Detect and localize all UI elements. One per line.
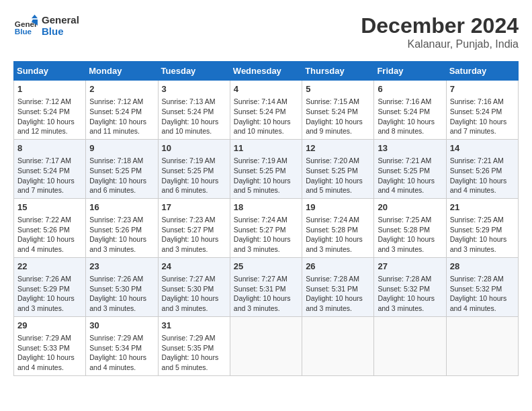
calendar-cell: 14Sunrise: 7:21 AM Sunset: 5:26 PM Dayli… [446, 139, 518, 198]
day-info: Sunrise: 7:28 AM Sunset: 5:32 PM Dayligh… [450, 274, 515, 314]
day-number: 19 [306, 201, 370, 214]
day-info: Sunrise: 7:19 AM Sunset: 5:25 PM Dayligh… [234, 156, 298, 195]
logo-text-general: General [42, 14, 79, 26]
logo-text-blue: Blue [42, 26, 79, 37]
day-number: 1 [17, 83, 82, 95]
day-info: Sunrise: 7:19 AM Sunset: 5:25 PM Dayligh… [162, 156, 226, 195]
day-number: 27 [378, 261, 442, 273]
calendar-cell: 17Sunrise: 7:23 AM Sunset: 5:27 PM Dayli… [158, 198, 230, 257]
day-info: Sunrise: 7:18 AM Sunset: 5:25 PM Dayligh… [89, 156, 154, 195]
day-number: 15 [17, 201, 82, 214]
calendar-cell: 20Sunrise: 7:25 AM Sunset: 5:28 PM Dayli… [374, 198, 446, 257]
calendar-header-monday: Monday [86, 62, 158, 81]
title-block: December 2024 Kalanaur, Punjab, India [361, 13, 519, 50]
logo-icon: General Blue [13, 13, 38, 38]
day-number: 8 [17, 142, 82, 154]
day-info: Sunrise: 7:16 AM Sunset: 5:24 PM Dayligh… [378, 97, 442, 136]
calendar-cell: 7Sunrise: 7:16 AM Sunset: 5:24 PM Daylig… [446, 81, 518, 140]
calendar-week-row: 29Sunrise: 7:29 AM Sunset: 5:33 PM Dayli… [14, 316, 519, 375]
calendar-header-row: SundayMondayTuesdayWednesdayThursdayFrid… [14, 62, 519, 81]
calendar-cell: 3Sunrise: 7:13 AM Sunset: 5:24 PM Daylig… [158, 81, 230, 140]
day-info: Sunrise: 7:24 AM Sunset: 5:28 PM Dayligh… [306, 215, 370, 255]
day-info: Sunrise: 7:12 AM Sunset: 5:24 PM Dayligh… [89, 97, 154, 136]
day-number: 14 [450, 142, 515, 154]
calendar-cell: 26Sunrise: 7:28 AM Sunset: 5:31 PM Dayli… [302, 257, 374, 316]
calendar-header-saturday: Saturday [446, 62, 518, 81]
day-info: Sunrise: 7:24 AM Sunset: 5:27 PM Dayligh… [234, 215, 298, 255]
day-number: 7 [450, 83, 515, 95]
month-title: December 2024 [361, 13, 519, 38]
day-info: Sunrise: 7:29 AM Sunset: 5:33 PM Dayligh… [17, 333, 82, 373]
day-info: Sunrise: 7:16 AM Sunset: 5:24 PM Dayligh… [450, 97, 515, 136]
calendar-header-wednesday: Wednesday [230, 62, 302, 81]
calendar-cell: 18Sunrise: 7:24 AM Sunset: 5:27 PM Dayli… [230, 198, 302, 257]
calendar-header-thursday: Thursday [302, 62, 374, 81]
calendar-cell: 25Sunrise: 7:27 AM Sunset: 5:31 PM Dayli… [230, 257, 302, 316]
day-info: Sunrise: 7:15 AM Sunset: 5:24 PM Dayligh… [306, 97, 370, 136]
day-number: 4 [234, 83, 298, 95]
day-number: 24 [162, 261, 226, 273]
calendar-cell: 8Sunrise: 7:17 AM Sunset: 5:24 PM Daylig… [14, 139, 86, 198]
day-info: Sunrise: 7:12 AM Sunset: 5:24 PM Dayligh… [17, 97, 82, 136]
day-info: Sunrise: 7:25 AM Sunset: 5:29 PM Dayligh… [450, 215, 515, 255]
calendar-header-tuesday: Tuesday [158, 62, 230, 81]
calendar-cell: 28Sunrise: 7:28 AM Sunset: 5:32 PM Dayli… [446, 257, 518, 316]
calendar-header-friday: Friday [374, 62, 446, 81]
day-number: 18 [234, 201, 298, 214]
calendar-cell [230, 316, 302, 375]
calendar-week-row: 15Sunrise: 7:22 AM Sunset: 5:26 PM Dayli… [14, 198, 519, 257]
day-number: 29 [17, 320, 82, 332]
day-number: 10 [162, 142, 226, 154]
day-number: 23 [89, 261, 154, 273]
calendar-cell: 16Sunrise: 7:23 AM Sunset: 5:26 PM Dayli… [86, 198, 158, 257]
day-number: 12 [306, 142, 370, 154]
calendar-cell: 1Sunrise: 7:12 AM Sunset: 5:24 PM Daylig… [14, 81, 86, 140]
calendar-cell: 10Sunrise: 7:19 AM Sunset: 5:25 PM Dayli… [158, 139, 230, 198]
day-info: Sunrise: 7:17 AM Sunset: 5:24 PM Dayligh… [17, 156, 82, 195]
day-info: Sunrise: 7:14 AM Sunset: 5:24 PM Dayligh… [234, 97, 298, 136]
calendar-cell: 12Sunrise: 7:20 AM Sunset: 5:25 PM Dayli… [302, 139, 374, 198]
calendar-cell: 9Sunrise: 7:18 AM Sunset: 5:25 PM Daylig… [86, 139, 158, 198]
calendar-cell: 21Sunrise: 7:25 AM Sunset: 5:29 PM Dayli… [446, 198, 518, 257]
day-info: Sunrise: 7:28 AM Sunset: 5:32 PM Dayligh… [378, 274, 442, 314]
day-info: Sunrise: 7:25 AM Sunset: 5:28 PM Dayligh… [378, 215, 442, 255]
calendar-cell: 31Sunrise: 7:29 AM Sunset: 5:35 PM Dayli… [158, 316, 230, 375]
calendar-week-row: 22Sunrise: 7:26 AM Sunset: 5:29 PM Dayli… [14, 257, 519, 316]
day-number: 9 [89, 142, 154, 154]
calendar-cell: 27Sunrise: 7:28 AM Sunset: 5:32 PM Dayli… [374, 257, 446, 316]
calendar-cell: 29Sunrise: 7:29 AM Sunset: 5:33 PM Dayli… [14, 316, 86, 375]
day-info: Sunrise: 7:27 AM Sunset: 5:30 PM Dayligh… [162, 274, 226, 314]
day-number: 30 [89, 320, 154, 332]
day-info: Sunrise: 7:20 AM Sunset: 5:25 PM Dayligh… [306, 156, 370, 195]
day-info: Sunrise: 7:21 AM Sunset: 5:25 PM Dayligh… [378, 156, 442, 195]
calendar-cell: 22Sunrise: 7:26 AM Sunset: 5:29 PM Dayli… [14, 257, 86, 316]
day-number: 26 [306, 261, 370, 273]
day-info: Sunrise: 7:29 AM Sunset: 5:35 PM Dayligh… [162, 333, 226, 373]
day-number: 20 [378, 201, 442, 214]
day-info: Sunrise: 7:23 AM Sunset: 5:27 PM Dayligh… [162, 215, 226, 255]
day-number: 25 [234, 261, 298, 273]
day-number: 13 [378, 142, 442, 154]
day-number: 5 [306, 83, 370, 95]
day-number: 21 [450, 201, 515, 214]
day-info: Sunrise: 7:26 AM Sunset: 5:29 PM Dayligh… [17, 274, 82, 314]
calendar-cell: 13Sunrise: 7:21 AM Sunset: 5:25 PM Dayli… [374, 139, 446, 198]
day-number: 11 [234, 142, 298, 154]
calendar-table: SundayMondayTuesdayWednesdayThursdayFrid… [13, 61, 519, 376]
calendar-cell: 24Sunrise: 7:27 AM Sunset: 5:30 PM Dayli… [158, 257, 230, 316]
location: Kalanaur, Punjab, India [361, 38, 519, 50]
day-number: 3 [162, 83, 226, 95]
calendar-cell: 2Sunrise: 7:12 AM Sunset: 5:24 PM Daylig… [86, 81, 158, 140]
day-info: Sunrise: 7:23 AM Sunset: 5:26 PM Dayligh… [89, 215, 154, 255]
calendar-cell: 11Sunrise: 7:19 AM Sunset: 5:25 PM Dayli… [230, 139, 302, 198]
day-number: 6 [378, 83, 442, 95]
calendar-cell [446, 316, 518, 375]
calendar-cell: 6Sunrise: 7:16 AM Sunset: 5:24 PM Daylig… [374, 81, 446, 140]
day-info: Sunrise: 7:29 AM Sunset: 5:34 PM Dayligh… [89, 333, 154, 373]
calendar-cell: 15Sunrise: 7:22 AM Sunset: 5:26 PM Dayli… [14, 198, 86, 257]
svg-marker-2 [32, 15, 38, 18]
calendar-cell [374, 316, 446, 375]
day-info: Sunrise: 7:13 AM Sunset: 5:24 PM Dayligh… [162, 97, 226, 136]
page-header: General Blue General Blue December 2024 … [13, 13, 519, 50]
day-number: 22 [17, 261, 82, 273]
